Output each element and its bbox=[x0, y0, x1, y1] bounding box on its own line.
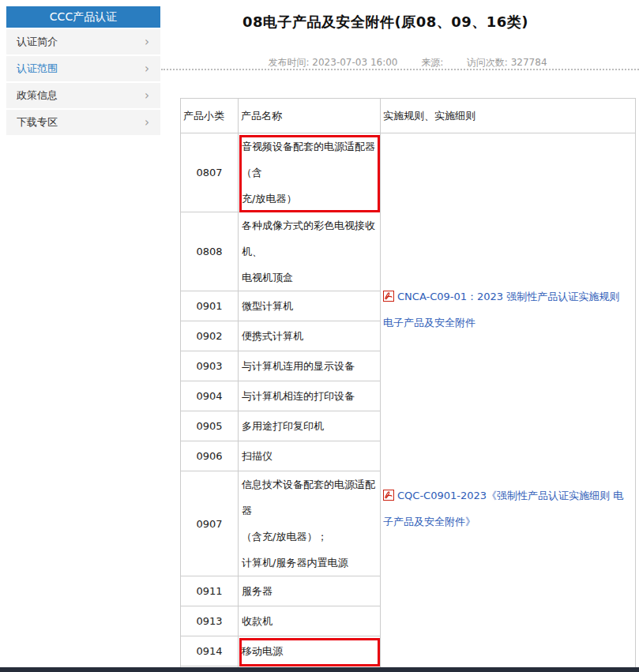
pdf-icon bbox=[383, 484, 394, 495]
product-name: 移动电源 bbox=[242, 638, 377, 664]
sidebar-item-policy[interactable]: 政策信息› bbox=[6, 83, 160, 108]
product-name-cell: 多用途打印复印机 bbox=[239, 411, 381, 441]
product-code: 0911 bbox=[181, 576, 239, 606]
product-name-cell: 扫描仪 bbox=[239, 441, 381, 471]
source-label: 来源: bbox=[421, 57, 443, 68]
product-code: 0914 bbox=[181, 636, 239, 666]
rules-cell: CNCA-C09-01：2023 强制性产品认证实施规则 电子产品及安全附件CQ… bbox=[381, 133, 636, 672]
product-code: 0907 bbox=[181, 471, 239, 576]
product-name-cell: 与计算机连用的显示设备 bbox=[239, 351, 381, 381]
sidebar-title: CCC产品认证 bbox=[6, 6, 160, 28]
column-header-subclass: 产品小类 bbox=[181, 99, 239, 133]
product-name-cell: 与计算机相连的打印设备 bbox=[239, 381, 381, 411]
product-code: 0905 bbox=[181, 411, 239, 441]
product-name: 与计算机连用的显示设备 bbox=[242, 353, 377, 379]
footer-bar bbox=[0, 667, 639, 672]
chevron-right-icon: › bbox=[145, 90, 149, 102]
table-row: 0807音视频设备配套的电源适配器（含 充/放电器）CNCA-C09-01：20… bbox=[181, 133, 636, 212]
product-code: 0808 bbox=[181, 212, 239, 291]
article-meta: 发布时间: 2023-07-03 16:00 来源: 访问次数: 327784 bbox=[180, 56, 635, 69]
publish-time-label: 发布时间: bbox=[268, 57, 309, 68]
products-table: 产品小类 产品名称 实施规则、实施细则 0807音视频设备配套的电源适配器（含 … bbox=[180, 98, 636, 672]
visits-label: 访问次数: bbox=[467, 57, 508, 68]
column-header-rules: 实施规则、实施细则 bbox=[381, 99, 636, 133]
rule-pdf-link-label: CNCA-C09-01：2023 强制性产品认证实施规则 电子产品及安全附件 bbox=[383, 291, 619, 328]
product-name-cell: 服务器 bbox=[239, 576, 381, 606]
product-name: 音视频设备配套的电源适配器（含 充/放电器） bbox=[242, 133, 377, 212]
product-name: 扫描仪 bbox=[242, 443, 377, 469]
visits-value: 327784 bbox=[511, 57, 547, 68]
rule-pdf-link[interactable]: CQC-C0901-2023《强制性产品认证实施细则 电子产品及安全附件》 bbox=[383, 482, 633, 535]
product-name: 收款机 bbox=[242, 608, 377, 634]
product-name: 便携式计算机 bbox=[242, 323, 377, 349]
product-code: 0906 bbox=[181, 441, 239, 471]
product-name: 与计算机相连的打印设备 bbox=[242, 383, 377, 409]
product-code: 0807 bbox=[181, 133, 239, 212]
product-code: 0903 bbox=[181, 351, 239, 381]
table-header-row: 产品小类 产品名称 实施规则、实施细则 bbox=[181, 99, 636, 133]
product-name: 多用途打印复印机 bbox=[242, 413, 377, 439]
pdf-icon bbox=[383, 285, 394, 296]
product-code: 0904 bbox=[181, 381, 239, 411]
sidebar-menu: 认证简介›认证范围›政策信息›下载专区› bbox=[6, 29, 160, 135]
rule-pdf-link[interactable]: CNCA-C09-01：2023 强制性产品认证实施规则 电子产品及安全附件 bbox=[383, 283, 633, 336]
rule-pdf-link-label: CQC-C0901-2023《强制性产品认证实施细则 电子产品及安全附件》 bbox=[383, 490, 623, 527]
sidebar: CCC产品认证 认证简介›认证范围›政策信息›下载专区› bbox=[6, 6, 160, 135]
product-name: 各种成像方式的彩色电视接收机、 电视机顶盒 bbox=[242, 212, 377, 291]
chevron-right-icon: › bbox=[145, 36, 149, 48]
sidebar-item-download[interactable]: 下载专区› bbox=[6, 110, 160, 135]
table-body: 0807音视频设备配套的电源适配器（含 充/放电器）CNCA-C09-01：20… bbox=[181, 133, 636, 672]
product-code: 0902 bbox=[181, 321, 239, 351]
sidebar-item-label: 下载专区 bbox=[17, 115, 58, 130]
sidebar-item-intro[interactable]: 认证简介› bbox=[6, 29, 160, 54]
column-header-product-name: 产品名称 bbox=[239, 99, 381, 133]
publish-time-value: 2023-07-03 16:00 bbox=[312, 57, 397, 68]
dotted-divider bbox=[161, 69, 639, 70]
sidebar-item-label: 认证范围 bbox=[17, 62, 58, 76]
product-name-cell: 信息技术设备配套的电源适配器 （含充/放电器）； 计算机/服务器内置电源 bbox=[239, 471, 381, 576]
page-title: 08电子产品及安全附件(原08、09、16类) bbox=[180, 13, 591, 32]
sidebar-item-label: 认证简介 bbox=[17, 35, 58, 49]
product-name-cell: 音视频设备配套的电源适配器（含 充/放电器） bbox=[239, 133, 381, 212]
product-name: 服务器 bbox=[242, 578, 377, 604]
product-name: 信息技术设备配套的电源适配器 （含充/放电器）； 计算机/服务器内置电源 bbox=[242, 471, 377, 576]
product-name-cell: 移动电源 bbox=[239, 636, 381, 666]
chevron-right-icon: › bbox=[145, 63, 149, 75]
product-name-cell: 收款机 bbox=[239, 606, 381, 636]
product-name-cell: 各种成像方式的彩色电视接收机、 电视机顶盒 bbox=[239, 212, 381, 291]
sidebar-item-scope[interactable]: 认证范围› bbox=[6, 56, 160, 81]
page: CCC产品认证 认证简介›认证范围›政策信息›下载专区› 08电子产品及安全附件… bbox=[0, 0, 639, 672]
product-name: 微型计算机 bbox=[242, 293, 377, 319]
product-code: 0901 bbox=[181, 291, 239, 321]
sidebar-item-label: 政策信息 bbox=[17, 88, 58, 103]
product-code: 0913 bbox=[181, 606, 239, 636]
product-name-cell: 便携式计算机 bbox=[239, 321, 381, 351]
chevron-right-icon: › bbox=[145, 117, 149, 129]
product-name-cell: 微型计算机 bbox=[239, 291, 381, 321]
